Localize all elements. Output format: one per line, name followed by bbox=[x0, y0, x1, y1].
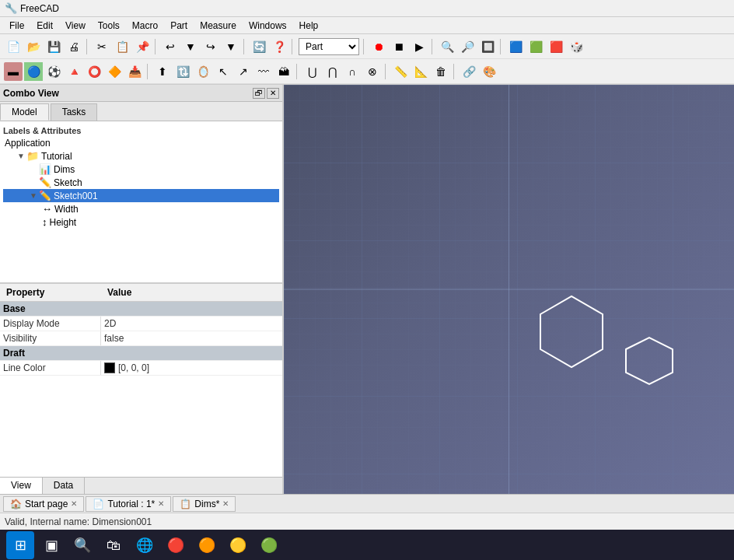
canvas-tab-dims[interactable]: 📋 Dims* ✕ bbox=[173, 496, 236, 512]
canvas-tab-tutorial[interactable]: 📄 Tutorial : 1* ✕ bbox=[86, 496, 171, 512]
store-button[interactable]: 🛍 bbox=[100, 531, 128, 559]
tutorial-close[interactable]: ✕ bbox=[158, 499, 164, 508]
undo-button[interactable]: ↩ bbox=[161, 37, 180, 56]
menu-measure[interactable]: Measure bbox=[194, 19, 243, 33]
chamfer-btn[interactable]: ↗ bbox=[234, 62, 253, 81]
line-color-value: [0, 0, 0] bbox=[101, 361, 282, 375]
taskview-button[interactable]: ▣ bbox=[37, 531, 65, 559]
left-panel: Combo View 🗗 ✕ Model Tasks Labels & Attr… bbox=[0, 85, 284, 494]
combo-close-btn[interactable]: ✕ bbox=[267, 88, 279, 99]
menu-macro[interactable]: Macro bbox=[126, 19, 164, 33]
zoom-out[interactable]: 🔎 bbox=[458, 37, 477, 56]
menu-file[interactable]: File bbox=[3, 19, 30, 33]
revolve-btn[interactable]: 🔃 bbox=[173, 62, 192, 81]
open-button[interactable]: 📂 bbox=[24, 37, 43, 56]
tab-tasks[interactable]: Tasks bbox=[51, 103, 98, 121]
menu-help[interactable]: Help bbox=[293, 19, 325, 33]
workbench-dropdown[interactable]: Part Draft Sketcher bbox=[299, 38, 359, 55]
extrude-btn[interactable]: ⬆ bbox=[153, 62, 172, 81]
startpage-close[interactable]: ✕ bbox=[71, 499, 77, 508]
tab-bar: Model Tasks bbox=[0, 102, 282, 121]
cone-btn[interactable]: 🔺 bbox=[65, 62, 83, 81]
menu-part[interactable]: Part bbox=[164, 19, 194, 33]
new-button[interactable]: 📄 bbox=[4, 37, 23, 56]
measure-clear[interactable]: 🗑 bbox=[432, 62, 450, 81]
prop-line-color-row[interactable]: Line Color [0, 0, 0] bbox=[0, 361, 282, 376]
dims-close[interactable]: ✕ bbox=[222, 499, 229, 508]
macro-run[interactable]: ▶ bbox=[410, 37, 428, 56]
undo-dropdown[interactable]: ▼ bbox=[181, 37, 200, 56]
tree-width-row[interactable]: ↔ Width bbox=[3, 202, 279, 215]
menu-view[interactable]: View bbox=[59, 19, 92, 33]
bool-common[interactable]: ∩ bbox=[343, 62, 362, 81]
cyl-btn[interactable]: 🔵 bbox=[24, 62, 43, 81]
bool-union[interactable]: ⋃ bbox=[302, 62, 321, 81]
bool-cut[interactable]: ⋂ bbox=[323, 62, 341, 81]
tree-height-row[interactable]: ↕ Height bbox=[3, 215, 279, 229]
view-front[interactable]: 🟦 bbox=[506, 37, 525, 56]
taskbar-app1[interactable]: 🔴 bbox=[162, 531, 190, 559]
start-button[interactable]: ⊞ bbox=[6, 531, 34, 559]
tab-model[interactable]: Model bbox=[0, 103, 49, 121]
redo-button[interactable]: ↪ bbox=[201, 37, 220, 56]
startpage-icon: 🏠 bbox=[10, 499, 22, 509]
toolbars: 📄 📂 💾 🖨 ✂ 📋 📌 ↩ ▼ ↪ ▼ 🔄 ❓ Part Draft Ske… bbox=[0, 34, 734, 85]
combo-title: Combo View bbox=[3, 88, 59, 99]
print-button[interactable]: 🖨 bbox=[65, 37, 83, 56]
prism-btn[interactable]: 🔶 bbox=[105, 62, 124, 81]
menu-edit[interactable]: Edit bbox=[30, 19, 59, 33]
main-area: Combo View 🗗 ✕ Model Tasks Labels & Attr… bbox=[0, 85, 734, 494]
color-btn[interactable]: 🎨 bbox=[480, 62, 498, 81]
view-menu[interactable]: 🔲 bbox=[478, 37, 497, 56]
save-button[interactable]: 💾 bbox=[44, 37, 63, 56]
copy-button[interactable]: 📋 bbox=[113, 37, 131, 56]
view-right[interactable]: 🟥 bbox=[547, 37, 565, 56]
browser-button[interactable]: 🌐 bbox=[131, 531, 159, 559]
sphere-btn[interactable]: ⚽ bbox=[44, 62, 63, 81]
refresh-button[interactable]: 🔄 bbox=[250, 37, 268, 56]
prop-visibility-row[interactable]: Visibility false bbox=[0, 331, 282, 346]
sweep-btn[interactable]: 〰 bbox=[254, 62, 273, 81]
draft-section-label: Draft bbox=[0, 346, 282, 360]
line-color-swatch bbox=[104, 362, 115, 373]
tree-dims-row[interactable]: 📊 Dims bbox=[3, 163, 279, 176]
paste-button[interactable]: 📌 bbox=[133, 37, 152, 56]
measure-angular[interactable]: 📐 bbox=[411, 62, 430, 81]
taskbar-app4[interactable]: 🟢 bbox=[255, 531, 283, 559]
attach-btn[interactable]: 🔗 bbox=[460, 62, 478, 81]
sep7 bbox=[500, 39, 503, 54]
tree-sketch001-row[interactable]: ▼ ✏️ Sketch001 bbox=[3, 189, 279, 202]
bottom-tab-data[interactable]: Data bbox=[43, 478, 85, 494]
measure-linear[interactable]: 📏 bbox=[391, 62, 410, 81]
tree-width-label: Width bbox=[54, 204, 79, 215]
redo-dropdown[interactable]: ▼ bbox=[222, 37, 240, 56]
help-button[interactable]: ❓ bbox=[270, 37, 288, 56]
macro-stop[interactable]: ⏹ bbox=[390, 37, 408, 56]
sep8 bbox=[147, 64, 150, 79]
tree-app-row[interactable]: Application bbox=[3, 137, 279, 149]
torus-btn[interactable]: ⭕ bbox=[85, 62, 103, 81]
bool-frag[interactable]: ⊗ bbox=[363, 62, 382, 81]
view-3d[interactable]: 🎲 bbox=[567, 37, 585, 56]
menu-tools[interactable]: Tools bbox=[92, 19, 126, 33]
taskbar-app3[interactable]: 🟡 bbox=[224, 531, 252, 559]
prop-display-mode-row[interactable]: Display Mode 2D bbox=[0, 317, 282, 331]
fillet-btn[interactable]: ↖ bbox=[214, 62, 232, 81]
mirror-btn[interactable]: 🪞 bbox=[194, 62, 212, 81]
search-button[interactable]: 🔍 bbox=[68, 531, 96, 559]
taskbar-app2[interactable]: 🟠 bbox=[193, 531, 221, 559]
box-btn[interactable]: ▬ bbox=[4, 62, 23, 81]
cut-button[interactable]: ✂ bbox=[93, 37, 111, 56]
tree-tutorial-row[interactable]: ▼ 📁 Tutorial bbox=[3, 149, 279, 163]
zoom-in[interactable]: 🔍 bbox=[438, 37, 456, 56]
tree-sketch-row[interactable]: ✏️ Sketch bbox=[3, 176, 279, 189]
import-btn[interactable]: 📥 bbox=[125, 62, 144, 81]
view-top[interactable]: 🟩 bbox=[526, 37, 545, 56]
loft-btn[interactable]: 🏔 bbox=[274, 62, 293, 81]
canvas-tab-startpage[interactable]: 🏠 Start page ✕ bbox=[3, 496, 84, 512]
combo-restore-btn[interactable]: 🗗 bbox=[253, 88, 265, 99]
tree-tutorial-arrow: ▼ bbox=[17, 152, 26, 160]
bottom-tab-view[interactable]: View bbox=[0, 478, 43, 494]
macro-record[interactable]: ⏺ bbox=[369, 37, 388, 56]
menu-windows[interactable]: Windows bbox=[243, 19, 293, 33]
